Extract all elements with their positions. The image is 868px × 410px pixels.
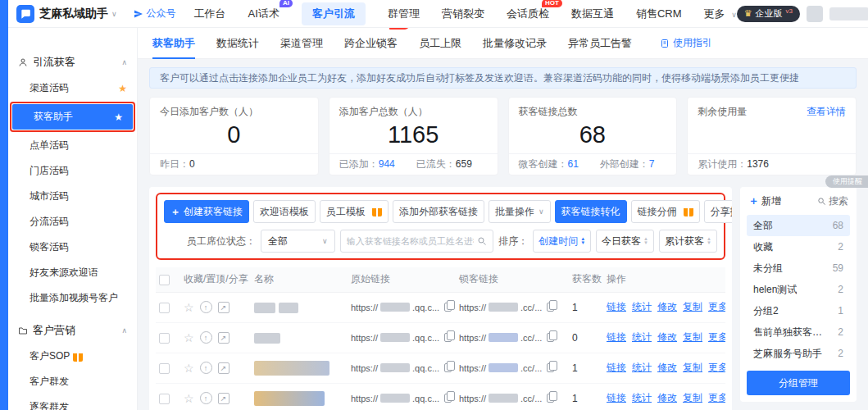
tab-acquisition-assistant[interactable]: 获客助手 <box>152 28 195 59</box>
share-icon[interactable]: ↗ <box>218 362 229 374</box>
group-item-all[interactable]: 全部68 <box>747 215 850 236</box>
sidebar-section-marketing[interactable]: 客户营销 ∧ <box>8 317 137 344</box>
group-item-helen-test[interactable]: helen测试2 <box>747 279 850 300</box>
batch-operation-button[interactable]: 批量操作∨ <box>489 200 551 223</box>
row-checkbox[interactable] <box>159 394 170 404</box>
link-conversion-button[interactable]: 获客链接转化 <box>555 200 627 223</box>
add-group-button[interactable]: ＋ 新增 <box>748 194 781 208</box>
action-statistics[interactable]: 统计 <box>632 362 652 373</box>
action-more[interactable]: 更多 <box>708 331 725 343</box>
chevron-down-icon[interactable]: ∨ <box>111 10 117 18</box>
sidebar-item-customer-mass-send[interactable]: 客户群发 <box>8 369 137 394</box>
view-details-link[interactable]: 查看详情 <box>807 105 846 119</box>
tab-channel-management[interactable]: 渠道管理 <box>280 28 323 59</box>
copy-icon[interactable] <box>547 363 554 372</box>
action-edit[interactable]: 修改 <box>657 362 677 373</box>
add-external-link-button[interactable]: 添加外部获客链接 <box>393 200 484 223</box>
action-edit[interactable]: 修改 <box>657 392 677 403</box>
nav-item-workbench[interactable]: 工作台 <box>194 7 226 21</box>
staff-template-button[interactable]: 员工模板 <box>320 200 389 223</box>
sort-today-acquired[interactable]: 今日获客 ▲▼ <box>596 230 654 253</box>
sort-create-time[interactable]: 创建时间 ▲▼ <box>533 230 591 253</box>
copy-icon[interactable] <box>444 363 452 372</box>
action-edit[interactable]: 修改 <box>657 301 677 312</box>
row-checkbox[interactable] <box>159 363 170 374</box>
sidebar-item-lock-qr[interactable]: 锁客活码 <box>8 235 137 260</box>
sidebar-item-batch-add-video-customers[interactable]: 批量添加视频号客户 <box>8 285 137 311</box>
copy-icon[interactable] <box>444 303 452 312</box>
welcome-template-button[interactable]: 欢迎语模板 <box>253 200 316 223</box>
group-item-ungrouped[interactable]: 未分组59 <box>747 257 850 279</box>
copy-icon[interactable] <box>444 333 452 342</box>
copy-icon[interactable] <box>547 333 554 342</box>
nav-item-ai-script[interactable]: AI话术 AI <box>248 7 279 21</box>
sidebar-item-channel-qr[interactable]: 渠道活码 ★ <box>8 75 137 101</box>
pin-top-icon[interactable]: ↑ <box>200 392 212 404</box>
nav-item-group-management[interactable]: 群管理 <box>388 7 420 21</box>
group-item-group2[interactable]: 分组21 <box>747 300 850 321</box>
sidebar-item-city-qr[interactable]: 城市活码 <box>8 184 137 209</box>
usage-reminder-tag[interactable]: 使用提醒 <box>825 175 868 188</box>
row-checkbox[interactable] <box>159 303 170 313</box>
group-manage-button[interactable]: 分组管理 <box>747 371 850 395</box>
sidebar-item-order-qr[interactable]: 点单活码 <box>8 133 137 158</box>
action-link[interactable]: 链接 <box>607 392 626 403</box>
nav-item-chat-inspection[interactable]: 会话质检 HOT <box>507 7 549 21</box>
action-link[interactable]: 链接 <box>607 362 626 373</box>
tab-staff-limit[interactable]: 员工上限 <box>419 28 461 59</box>
pin-top-icon[interactable]: ↑ <box>200 331 212 344</box>
sidebar-item-split-qr[interactable]: 分流活码 <box>8 209 137 235</box>
edition-badge[interactable]: ♛ 企业版 v3 <box>737 6 800 22</box>
action-copy[interactable]: 复制 <box>683 301 702 312</box>
share-icon[interactable]: ↗ <box>218 393 229 404</box>
search-icon[interactable] <box>477 236 487 246</box>
tab-abnormal-staff-alert[interactable]: 异常员工告警 <box>568 28 632 59</box>
nav-item-marketing-fission[interactable]: 营销裂变 <box>442 7 484 21</box>
seat-status-select[interactable]: 全部 ∨ <box>261 230 335 253</box>
action-statistics[interactable]: 统计 <box>632 392 652 403</box>
tab-data-statistics[interactable]: 数据统计 <box>216 28 259 59</box>
star-icon[interactable]: ★ <box>114 112 123 123</box>
action-link[interactable]: 链接 <box>607 331 626 343</box>
group-search-button[interactable]: 搜索 <box>817 194 848 208</box>
action-copy[interactable]: 复制 <box>683 362 702 373</box>
tab-cross-enterprise-lock[interactable]: 跨企业锁客 new <box>344 28 398 59</box>
sidebar-item-chase-mass-send[interactable]: 逐客群发 <box>8 394 137 410</box>
share-icon[interactable]: ↗ <box>218 332 229 344</box>
row-checkbox[interactable] <box>159 333 170 344</box>
nav-item-data-interop[interactable]: 数据互通 <box>571 7 614 21</box>
user-avatar[interactable] <box>807 6 823 22</box>
favorite-star-icon[interactable]: ☆ <box>184 392 194 405</box>
action-more[interactable]: 更多 <box>708 301 725 312</box>
sidebar-section-acquisition[interactable]: 引流获客 ∧ <box>8 49 137 75</box>
nav-item-customer-acquisition[interactable]: 客户引流 <box>302 2 366 25</box>
favorite-star-icon[interactable]: ☆ <box>184 301 194 314</box>
nav-item-sales-crm[interactable]: 销售CRM <box>636 7 682 21</box>
share-metrics-button[interactable]: 分享指标 <box>704 200 732 223</box>
favorite-star-icon[interactable]: ☆ <box>184 331 194 344</box>
action-copy[interactable]: 复制 <box>683 392 702 403</box>
copy-icon[interactable] <box>444 394 452 403</box>
nav-item-more[interactable]: 更多 ∨ <box>704 7 737 21</box>
action-statistics[interactable]: 统计 <box>632 301 652 312</box>
sidebar-item-acquisition-assistant[interactable]: 获客助手 ★ <box>12 104 133 130</box>
tab-batch-modify-records[interactable]: 批量修改记录 <box>483 28 547 59</box>
pin-top-icon[interactable]: ↑ <box>200 362 212 374</box>
action-edit[interactable]: 修改 <box>657 331 677 343</box>
sort-total-acquired[interactable]: 累计获客 ▲▼ <box>659 230 717 253</box>
search-input[interactable] <box>347 236 474 246</box>
action-copy[interactable]: 复制 <box>683 331 702 343</box>
usage-guide-link[interactable]: 使用指引 <box>660 36 712 50</box>
copy-icon[interactable] <box>547 303 554 312</box>
pin-top-icon[interactable]: ↑ <box>200 301 212 313</box>
copy-icon[interactable] <box>547 394 554 403</box>
sidebar-item-friend-source-welcome[interactable]: 好友来源欢迎语 <box>8 260 137 285</box>
action-more[interactable]: 更多 <box>708 392 725 403</box>
action-more[interactable]: 更多 <box>708 362 725 373</box>
action-link[interactable]: 链接 <box>607 301 626 312</box>
select-all-checkbox[interactable] <box>159 275 170 285</box>
action-statistics[interactable]: 统计 <box>632 331 652 343</box>
sidebar-item-store-qr[interactable]: 门店活码 <box>8 158 137 184</box>
group-item-presale-links[interactable]: 售前单独获客链...2 <box>747 321 850 343</box>
group-item-favorites[interactable]: 收藏2 <box>747 236 850 257</box>
